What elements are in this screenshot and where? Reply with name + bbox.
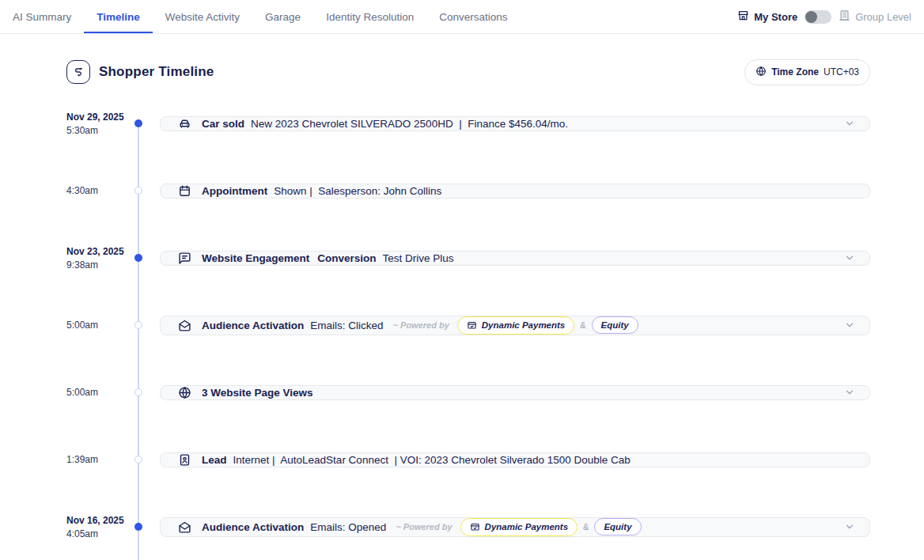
globe-icon [755,66,767,79]
event-time: 5:00am [66,320,160,331]
badge-dynamic-payments: Dynamic Payments [460,518,578,536]
event-details: Emails: Clicked [310,320,383,331]
badge-label: Equity [604,522,631,532]
event-meta: 5:00am [66,387,160,398]
payments-icon [467,320,477,331]
event-card[interactable]: Car sold New 2023 Chevrolet SILVERADO 25… [160,116,870,131]
event-time: 9:38am [66,259,160,271]
timeline-dot [134,321,142,329]
tab-conversations[interactable]: Conversations [426,0,520,33]
timeline-dot [134,119,142,127]
powered-by-label: ~ Powered by [393,320,449,330]
badge-label: Equity [601,320,629,330]
globe-icon [178,386,191,399]
event-time: 4:05am [66,528,160,539]
timezone-value: UTC+03 [824,66,859,78]
nav-tabs: AI SummaryTimelineWebsite ActivityGarage… [0,0,521,33]
event-meta: Nov 16, 2025 4:05am [66,515,160,539]
timeline-event-row: Nov 23, 2025 9:38am Website Engagement C… [66,234,870,282]
chat-icon [178,252,191,265]
timeline-dot [134,388,142,396]
my-store-label: My Store [737,9,797,24]
event-details: Test Drive Plus [383,252,454,264]
badge-equity: Equity [594,518,641,535]
powered-by-label: ~ Powered by [396,522,452,532]
toggle-knob [805,11,817,23]
chevron-down-icon[interactable] [844,521,855,532]
timeline-event-row: 1:39am Lead Internet | AutoLeadStar Conn… [66,436,870,483]
timezone-button[interactable]: Time Zone UTC+03 [744,59,870,85]
timeline-event-row: 5:00am Audience Activation Emails: Click… [66,301,870,349]
chevron-down-icon[interactable] [844,387,855,398]
event-meta: 5:00am [66,320,160,331]
route-icon [66,60,90,84]
event-meta: 4:30am [66,185,160,196]
event-date: Nov 29, 2025 [66,112,160,123]
event-time: 1:39am [66,454,160,465]
event-meta: 1:39am [66,454,160,465]
store-level-toggle[interactable] [805,10,831,24]
event-badges: Dynamic Payments&Equity [460,518,642,536]
tab-ai-summary[interactable]: AI Summary [0,0,84,33]
event-title: Appointment [202,185,267,197]
timeline-event-row: Nov 16, 2025 4:05am Audience Activation … [66,503,870,551]
timeline-dot [134,523,142,531]
tab-website-activity[interactable]: Website Activity [153,0,252,33]
timeline-events: Nov 29, 2025 5:30am Car sold New 2023 Ch… [66,100,870,551]
tab-timeline[interactable]: Timeline [84,0,153,33]
timeline-event-row: 5:00am 3 Website Page Views [66,369,870,416]
event-time: 5:30am [66,125,160,136]
event-title: Car sold [202,118,244,130]
page-header-left: Shopper Timeline [66,60,214,84]
top-navigation: AI SummaryTimelineWebsite ActivityGarage… [0,0,924,34]
timeline-dot [134,187,142,195]
event-card[interactable]: Audience Activation Emails: Clicked ~ Po… [160,316,870,335]
badge-separator: & [583,522,589,532]
badge-label: Dynamic Payments [482,320,565,330]
badge-dynamic-payments: Dynamic Payments [457,316,574,335]
event-title: Audience Activation [202,521,304,533]
badge-equity: Equity [592,316,638,334]
event-details: Internet | AutoLeadStar Connect | VOI: 2… [233,454,631,466]
storefront-icon [737,9,749,24]
event-details: Shown | Salesperson: John Collins [274,185,441,197]
chevron-down-icon[interactable] [844,252,855,263]
timeline-dot [134,456,142,464]
event-badges: Dynamic Payments&Equity [457,316,638,335]
event-title: Website Engagement [202,252,309,264]
event-details: Emails: Opened [310,521,386,533]
page-header: Shopper Timeline Time Zone UTC+03 [66,60,870,84]
timezone-label: Time Zone [771,66,819,78]
tab-identity-resolution[interactable]: Identity Resolution [313,0,426,33]
event-card[interactable]: Appointment Shown | Salesperson: John Co… [160,184,870,199]
page-title: Shopper Timeline [99,64,214,80]
event-time: 4:30am [66,185,160,196]
chevron-down-icon[interactable] [844,320,855,331]
chevron-down-icon[interactable] [844,118,855,129]
event-meta: Nov 29, 2025 5:30am [66,112,160,136]
badge-separator: & [580,320,585,330]
event-title: Lead [202,454,227,466]
calendar-icon [178,184,191,198]
timeline-dot [134,254,142,262]
event-title: Audience Activation [202,320,304,331]
building-icon [839,9,850,24]
tab-garage[interactable]: Garage [252,0,313,33]
event-subtitle: Conversion [317,252,376,264]
event-date: Nov 23, 2025 [66,246,160,257]
event-card[interactable]: Website Engagement Conversion Test Drive… [160,251,870,266]
car-icon [178,117,191,131]
badge-label: Dynamic Payments [485,522,568,532]
lead-icon [178,453,191,467]
event-card[interactable]: 3 Website Page Views [160,385,870,400]
shopper-timeline: Nov 29, 2025 5:30am Car sold New 2023 Ch… [66,100,870,551]
event-details: New 2023 Chevrolet SILVERADO 2500HD | Fi… [251,118,568,130]
event-meta: Nov 23, 2025 9:38am [66,246,160,271]
envelope-icon [178,319,191,332]
group-level-label[interactable]: Group Level [839,9,911,24]
event-card[interactable]: Audience Activation Emails: Opened ~ Pow… [160,517,870,537]
event-time: 5:00am [66,387,160,398]
event-card[interactable]: Lead Internet | AutoLeadStar Connect | V… [160,452,870,467]
timeline-event-row: 4:30am Appointment Shown | Salesperson: … [66,167,870,214]
store-level-switch: My Store Group Level [737,0,924,33]
